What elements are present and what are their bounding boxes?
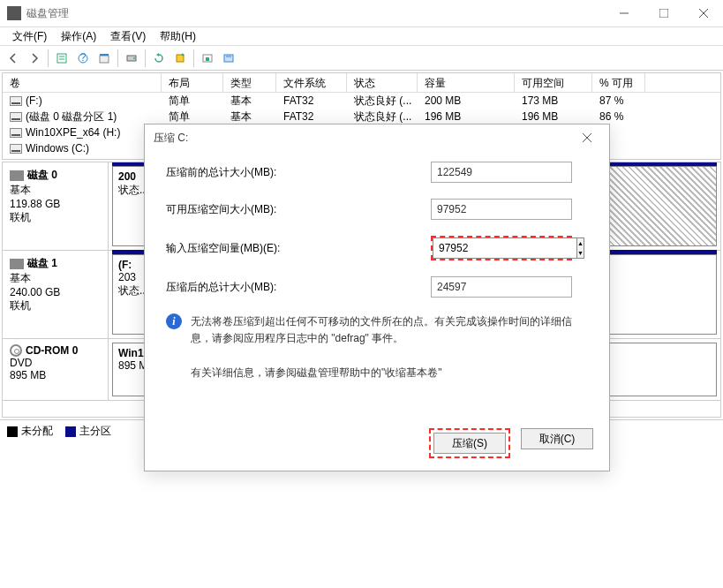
shrink-button[interactable]: 压缩(S) [433, 433, 506, 454]
spinner-up-icon[interactable]: ▲ [577, 238, 584, 248]
th-free[interactable]: 可用空间 [515, 73, 592, 92]
disk-icon [10, 170, 24, 181]
value-before: 122549 [431, 162, 572, 183]
th-type[interactable]: 类型 [223, 73, 276, 92]
svg-rect-15 [206, 57, 209, 61]
table-row[interactable]: (磁盘 0 磁盘分区 1)简单基本FAT32状态良好 (...196 MB196… [3, 109, 720, 124]
help-icon[interactable]: ? [73, 49, 93, 68]
cd-icon [10, 344, 22, 357]
open-icon[interactable] [198, 49, 217, 68]
disk-icon[interactable] [122, 49, 141, 68]
svg-rect-4 [57, 54, 66, 63]
th-volume[interactable]: 卷 [3, 73, 162, 92]
shrink-button-highlight: 压缩(S) [429, 428, 510, 458]
label-avail: 可用压缩空间大小(MB): [166, 202, 431, 217]
spinner-down-icon[interactable]: ▼ [577, 248, 584, 258]
svg-rect-16 [224, 55, 233, 62]
info-text: 无法将卷压缩到超出任何不可移动的文件所在的点。有关完成该操作时间的详细信息，请参… [191, 313, 591, 347]
back-icon[interactable] [4, 49, 23, 68]
legend-unallocated: 未分配 [7, 424, 53, 439]
shrink-amount-input[interactable] [433, 237, 577, 259]
th-capacity[interactable]: 容量 [418, 73, 515, 92]
dialog-close-button[interactable] [574, 124, 600, 151]
svg-text:?: ? [80, 52, 87, 64]
maximize-button[interactable] [644, 0, 683, 26]
cancel-button[interactable]: 取消(C) [521, 428, 593, 449]
props-icon[interactable] [94, 49, 114, 68]
th-status[interactable]: 状态 [347, 73, 418, 92]
app-icon [7, 6, 21, 20]
disk-icon [10, 259, 24, 269]
th-layout[interactable]: 布局 [162, 73, 223, 92]
svg-rect-10 [100, 54, 109, 56]
label-after: 压缩后的总计大小(MB): [166, 280, 431, 295]
svg-rect-9 [100, 56, 109, 63]
shrink-dialog: 压缩 C: 压缩前的总计大小(MB): 122549 可用压缩空间大小(MB):… [144, 124, 610, 471]
th-pct[interactable]: % 可用 [592, 73, 645, 92]
th-fs[interactable]: 文件系统 [276, 73, 347, 92]
menu-action[interactable]: 操作(A) [54, 27, 103, 46]
menu-file[interactable]: 文件(F) [5, 27, 54, 46]
new-icon[interactable] [170, 49, 190, 68]
forward-icon[interactable] [25, 49, 44, 68]
value-avail: 97952 [431, 199, 572, 220]
legend-primary: 主分区 [65, 424, 111, 439]
window-title: 磁盘管理 [26, 6, 604, 21]
note-text: 有关详细信息，请参阅磁盘管理帮助中的"收缩基本卷" [191, 365, 591, 381]
table-row[interactable]: (F:)简单基本FAT32状态良好 (...200 MB173 MB87 % [3, 93, 720, 109]
menu-help[interactable]: 帮助(H) [153, 27, 203, 46]
label-before: 压缩前的总计大小(MB): [166, 165, 431, 180]
refresh-icon[interactable] [149, 49, 169, 68]
menu-view[interactable]: 查看(V) [103, 27, 153, 46]
label-input: 输入压缩空间量(MB)(E): [166, 241, 431, 256]
menubar: 文件(F) 操作(A) 查看(V) 帮助(H) [0, 26, 723, 46]
close-button[interactable] [683, 0, 723, 26]
dialog-title: 压缩 C: [154, 131, 574, 146]
svg-rect-1 [659, 9, 668, 18]
wizard-icon[interactable] [219, 49, 238, 68]
svg-point-12 [133, 57, 135, 59]
titlebar: 磁盘管理 [0, 0, 723, 26]
value-after: 24597 [431, 276, 572, 298]
info-icon: i [166, 313, 182, 329]
list-icon[interactable] [52, 49, 72, 68]
toolbar: ? [0, 46, 723, 71]
minimize-button[interactable] [604, 0, 644, 26]
